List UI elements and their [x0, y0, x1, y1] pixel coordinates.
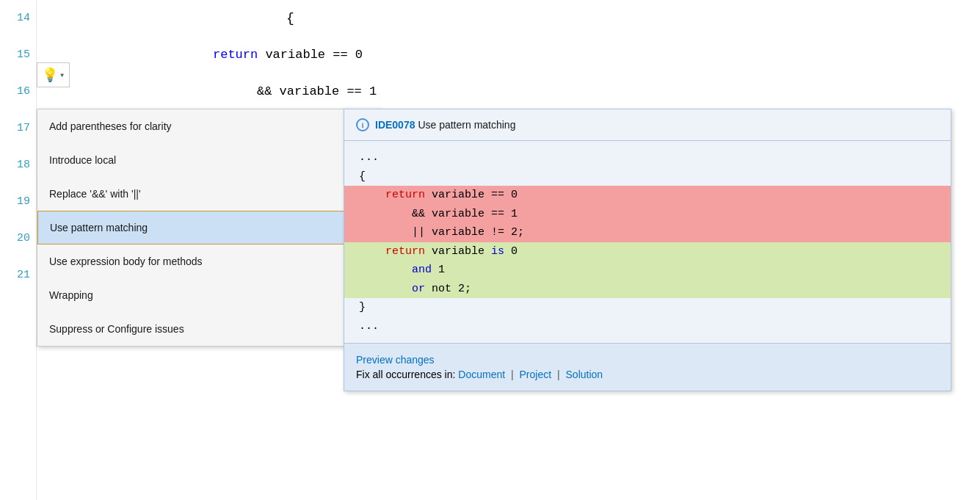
menu-item-wrapping[interactable]: Wrapping ▶ [37, 278, 380, 312]
fix-solution-link[interactable]: Solution [566, 369, 603, 380]
line-num-18: 18 [17, 147, 30, 184]
context-menu: Add parentheses for clarity Introduce lo… [37, 109, 380, 347]
line-num-21: 21 [17, 257, 30, 294]
menu-item-label: Replace '&&' with '||' [49, 188, 141, 200]
line-num-19: 19 [17, 184, 30, 220]
preview-added-line-1: return variable is 0 [344, 242, 951, 261]
menu-item-suppress-configure[interactable]: Suppress or Configure issues ▶ [37, 312, 380, 346]
menu-item-use-expression-body[interactable]: Use expression body for methods [37, 244, 380, 278]
code-line-16: && variable == 1 [37, 73, 980, 110]
line-num-17: 17 [17, 110, 30, 147]
fix-document-link[interactable]: Document [458, 369, 505, 380]
fix-all-label: Fix all occurrences in: [356, 369, 455, 380]
preview-removed-line-1: return variable == 0 [344, 186, 951, 205]
preview-open-brace: { [359, 167, 936, 186]
code-text: variable == 0 [265, 48, 363, 62]
preview-changes-link-row: Preview changes [356, 354, 939, 366]
preview-header: i IDE0078 Use pattern matching [344, 109, 951, 141]
preview-ellipsis-before: ... [359, 148, 936, 167]
separator-1: | [511, 369, 514, 380]
fix-project-link[interactable]: Project [520, 369, 552, 380]
menu-item-label: Add parentheses for clarity [49, 120, 172, 132]
preview-close-brace: } [359, 298, 936, 317]
code-line-14: { [37, 0, 980, 37]
line-num-14: 14 [17, 0, 30, 37]
lightbulb-icon: 💡 [42, 67, 58, 83]
preview-panel: i IDE0078 Use pattern matching ... { ret… [344, 109, 951, 391]
lightbulb-button[interactable]: 💡 ▾ [37, 62, 70, 87]
menu-item-label: Use pattern matching [50, 222, 148, 233]
preview-removed-line-2: && variable == 1 [344, 205, 951, 224]
preview-changes-link[interactable]: Preview changes [356, 354, 435, 366]
preview-title: Use pattern matching [415, 119, 515, 131]
menu-item-replace-and[interactable]: Replace '&&' with '||' [37, 177, 380, 211]
preview-code-area: ... { return variable == 0 && variable =… [344, 141, 951, 343]
menu-item-label: Introduce local [49, 154, 116, 166]
menu-item-use-pattern-matching[interactable]: Use pattern matching ▶ [37, 211, 380, 244]
info-icon: i [356, 118, 369, 131]
preview-footer: Preview changes Fix all occurrences in: … [344, 343, 951, 391]
keyword-return: return [213, 48, 258, 62]
menu-item-label: Wrapping [49, 289, 93, 301]
preview-ellipsis-after: ... [359, 317, 936, 336]
code-line-15: return variable == 0 [37, 37, 980, 73]
menu-item-label: Suppress or Configure issues [49, 323, 184, 335]
fix-all-row: Fix all occurrences in: Document | Proje… [356, 369, 939, 380]
ide-code: IDE0078 [375, 119, 415, 131]
preview-added-line-3: or not 2; [344, 280, 951, 299]
menu-item-label: Use expression body for methods [49, 256, 203, 267]
dropdown-arrow-icon: ▾ [59, 70, 65, 81]
menu-item-add-parentheses[interactable]: Add parentheses for clarity [37, 109, 380, 143]
preview-added-line-2: and 1 [344, 261, 951, 280]
line-num-16: 16 [17, 73, 30, 110]
preview-removed-line-3: || variable != 2; [344, 223, 951, 242]
code-text: && variable == 1 [257, 84, 377, 98]
separator-2: | [557, 369, 560, 380]
line-num-20: 20 [17, 220, 30, 257]
line-numbers: 14 15 16 17 18 19 20 21 [0, 0, 37, 500]
menu-item-introduce-local[interactable]: Introduce local ▶ [37, 143, 380, 177]
line-num-15: 15 [17, 37, 30, 73]
